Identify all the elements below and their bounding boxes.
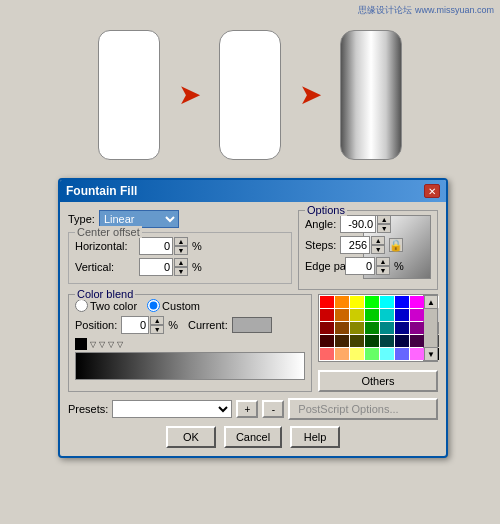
color-swatch-17[interactable]	[335, 322, 349, 334]
color-blend-label: Color blend	[75, 288, 135, 300]
color-palette-grid	[318, 294, 424, 362]
custom-radio[interactable]	[147, 299, 160, 312]
edge-pad-input[interactable]	[345, 257, 375, 275]
horizontal-spin-up[interactable]: ▲	[174, 237, 188, 246]
steps-spin-down[interactable]: ▼	[371, 245, 385, 254]
presets-select[interactable]	[112, 400, 232, 418]
color-swatch-4[interactable]	[380, 296, 394, 308]
color-swatch-22[interactable]	[410, 322, 424, 334]
ok-button[interactable]: OK	[166, 426, 216, 448]
position-input[interactable]	[121, 316, 149, 334]
color-swatch-2[interactable]	[350, 296, 364, 308]
custom-radio-item: Custom	[147, 299, 200, 312]
color-swatch-27[interactable]	[365, 335, 379, 347]
bottom-section: Color blend Two color Custom Position:	[68, 294, 438, 392]
color-swatch-37[interactable]	[395, 348, 409, 360]
steps-input[interactable]	[340, 236, 370, 254]
arrow-down-1[interactable]: ▽	[90, 340, 96, 349]
scroll-up-button[interactable]: ▲	[424, 295, 438, 309]
position-spin-down[interactable]: ▼	[150, 325, 164, 334]
horizontal-input[interactable]	[139, 237, 173, 255]
color-swatch-33[interactable]	[335, 348, 349, 360]
angle-input[interactable]	[340, 215, 376, 233]
color-swatch-29[interactable]	[395, 335, 409, 347]
color-swatch-19[interactable]	[365, 322, 379, 334]
dialog-body: Type: Linear Center offset Horizontal: ▲	[60, 202, 446, 456]
arrow-down-3[interactable]: ▽	[108, 340, 114, 349]
vertical-spinbox: ▲ ▼	[139, 258, 188, 276]
color-swatch-35[interactable]	[365, 348, 379, 360]
vertical-spin-up[interactable]: ▲	[174, 258, 188, 267]
position-spin-buttons: ▲ ▼	[150, 316, 164, 334]
steps-spin-up[interactable]: ▲	[371, 236, 385, 245]
color-swatch-18[interactable]	[350, 322, 364, 334]
steps-label: Steps:	[305, 239, 336, 251]
color-swatch-3[interactable]	[365, 296, 379, 308]
scroll-track	[424, 309, 437, 347]
presets-delete-button[interactable]: -	[262, 400, 284, 418]
lock-icon[interactable]: 🔒	[389, 238, 403, 252]
color-swatch-38[interactable]	[410, 348, 424, 360]
fountain-fill-dialog: Fountain Fill ✕ Type: Linear Center offs…	[58, 178, 448, 458]
gradient-bar[interactable]	[75, 352, 305, 380]
color-swatch-12[interactable]	[380, 309, 394, 321]
color-swatch-30[interactable]	[410, 335, 424, 347]
shape-before	[98, 30, 160, 160]
color-swatch-32[interactable]	[320, 348, 334, 360]
color-swatch-20[interactable]	[380, 322, 394, 334]
vertical-spin-down[interactable]: ▼	[174, 267, 188, 276]
color-swatch-11[interactable]	[365, 309, 379, 321]
color-swatch-0[interactable]	[320, 296, 334, 308]
color-swatch-6[interactable]	[410, 296, 424, 308]
angle-label: Angle:	[305, 218, 336, 230]
edge-pad-spin-down[interactable]: ▼	[376, 266, 390, 275]
dialog-close-button[interactable]: ✕	[424, 184, 440, 198]
left-section: Type: Linear Center offset Horizontal: ▲	[68, 210, 292, 290]
cancel-button[interactable]: Cancel	[224, 426, 282, 448]
color-swatch-21[interactable]	[395, 322, 409, 334]
edge-pad-spinbox: ▲ ▼	[345, 257, 390, 275]
color-blend-section: Color blend Two color Custom Position:	[68, 294, 312, 392]
help-button[interactable]: Help	[290, 426, 340, 448]
color-swatch-24[interactable]	[320, 335, 334, 347]
angle-row: Angle: ▲ ▼	[305, 215, 359, 233]
arrow-down-2[interactable]: ▽	[99, 340, 105, 349]
two-color-radio[interactable]	[75, 299, 88, 312]
watermark: 思缘设计论坛 www.missyuan.com	[358, 4, 494, 17]
angle-spin-down[interactable]: ▼	[377, 224, 391, 233]
postscript-button[interactable]: PostScript Options...	[288, 398, 438, 420]
others-button[interactable]: Others	[318, 370, 438, 392]
gradient-start-marker[interactable]	[75, 338, 87, 350]
color-swatch-36[interactable]	[380, 348, 394, 360]
edge-pad-row: Edge pad: ▲ ▼ %	[305, 257, 359, 275]
arrow-icon-2: ➤	[299, 81, 322, 109]
shape-gradient	[340, 30, 402, 160]
presets-add-button[interactable]: +	[236, 400, 258, 418]
position-spin-up[interactable]: ▲	[150, 316, 164, 325]
position-current-row: Position: ▲ ▼ % Current:	[75, 316, 305, 334]
angle-spin-buttons: ▲ ▼	[377, 215, 391, 233]
horizontal-row: Horizontal: ▲ ▼ %	[75, 237, 285, 255]
palette-with-scroll: ▲ ▼	[318, 294, 438, 362]
color-swatch-26[interactable]	[350, 335, 364, 347]
arrow-down-4[interactable]: ▽	[117, 340, 123, 349]
color-swatch-13[interactable]	[395, 309, 409, 321]
vertical-row: Vertical: ▲ ▼ %	[75, 258, 285, 276]
horizontal-spin-down[interactable]: ▼	[174, 246, 188, 255]
scroll-down-button[interactable]: ▼	[424, 347, 438, 361]
color-swatch-28[interactable]	[380, 335, 394, 347]
vertical-input[interactable]	[139, 258, 173, 276]
color-swatch-14[interactable]	[410, 309, 424, 321]
color-swatch-16[interactable]	[320, 322, 334, 334]
edge-pad-spin-up[interactable]: ▲	[376, 257, 390, 266]
color-swatch-9[interactable]	[335, 309, 349, 321]
color-swatch-25[interactable]	[335, 335, 349, 347]
angle-spin-up[interactable]: ▲	[377, 215, 391, 224]
color-swatch-8[interactable]	[320, 309, 334, 321]
color-swatch-10[interactable]	[350, 309, 364, 321]
color-swatch-34[interactable]	[350, 348, 364, 360]
color-swatch-5[interactable]	[395, 296, 409, 308]
current-color-swatch	[232, 317, 272, 333]
steps-spin-buttons: ▲ ▼	[371, 236, 385, 254]
color-swatch-1[interactable]	[335, 296, 349, 308]
